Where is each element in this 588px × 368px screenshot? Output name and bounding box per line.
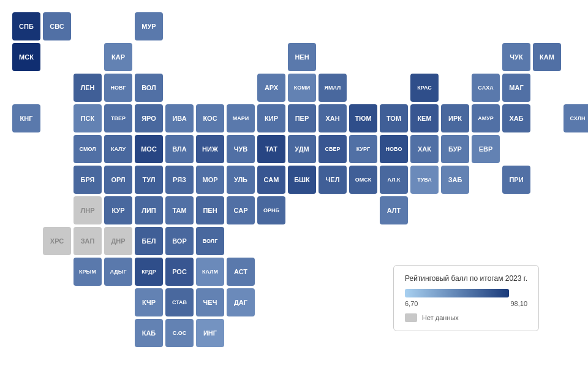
legend-gradient xyxy=(405,289,509,297)
region-cell-СВЕР: СВЕР xyxy=(318,135,347,163)
region-cell-САХА: САХА xyxy=(472,74,500,102)
region-cell-СМОЛ: СМОЛ xyxy=(74,135,102,163)
region-cell-ТАМ: ТАМ xyxy=(165,196,194,224)
region-cell-ВОЛ: ВОЛ xyxy=(135,74,163,102)
region-cell-ЯРО: ЯРО xyxy=(135,104,163,132)
region-cell-ВОЛГ: ВОЛГ xyxy=(196,227,224,255)
map-container: СПБСВСМУРМСККАРНЕНЧУККАМЛЕННОВГВОЛАРХКОМ… xyxy=(6,6,557,350)
legend: Рейтинговый балл по итогам 2023 г. 6,70 … xyxy=(393,265,539,331)
region-cell-СПБ: СПБ xyxy=(12,12,40,40)
region-cell-НЕН: НЕН xyxy=(288,43,316,71)
region-cell-ОРНБ: ОРНБ xyxy=(257,196,285,224)
region-cell-РОС: РОС xyxy=(165,258,194,286)
region-cell-УЛЬ: УЛЬ xyxy=(227,166,255,194)
region-cell-БЕЛ: БЕЛ xyxy=(135,227,163,255)
region-cell-СВС: СВС xyxy=(43,12,71,40)
region-cell-АДЫГ: АДЫГ xyxy=(104,258,132,286)
region-cell-ВОР: ВОР xyxy=(165,227,194,255)
region-cell-КРДР: КРДР xyxy=(135,258,163,286)
region-cell-АМУР: АМУР xyxy=(472,104,500,132)
region-cell-МАГ: МАГ xyxy=(502,74,530,102)
region-cell-ПЕН: ПЕН xyxy=(196,196,224,224)
region-cell-ДАГ: ДАГ xyxy=(227,288,255,316)
region-cell-МУР: МУР xyxy=(135,12,163,40)
region-cell-КИР: КИР xyxy=(257,104,285,132)
region-cell-ЕВР: ЕВР xyxy=(472,135,500,163)
legend-max: 98,10 xyxy=(510,300,527,307)
legend-nodata-box xyxy=(405,313,417,322)
region-cell-КАЛУ: КАЛУ xyxy=(104,135,132,163)
region-cell-АЛТ: АЛТ xyxy=(380,196,408,224)
region-cell-КОС: КОС xyxy=(196,104,224,132)
region-cell-ПЕР: ПЕР xyxy=(288,104,316,132)
region-cell-ЧУК: ЧУК xyxy=(502,43,530,71)
region-cell-БШК: БШК xyxy=(288,166,316,194)
region-cell-ТЮМ: ТЮМ xyxy=(349,104,377,132)
region-cell-КАБ: КАБ xyxy=(135,319,163,347)
region-cell-БРЯ: БРЯ xyxy=(74,166,102,194)
region-cell-УДМ: УДМ xyxy=(288,135,316,163)
region-cell-ТВЕР: ТВЕР xyxy=(104,104,132,132)
region-cell-ЛЕН: ЛЕН xyxy=(74,74,102,102)
legend-title: Рейтинговый балл по итогам 2023 г. xyxy=(405,274,527,283)
region-cell-ЛНР: ЛНР xyxy=(74,196,102,224)
region-cell-НОВО: НОВО xyxy=(380,135,408,163)
region-cell-ДНР: ДНР xyxy=(104,227,132,255)
region-cell-САР: САР xyxy=(227,196,255,224)
region-cell-ТАТ: ТАТ xyxy=(257,135,285,163)
region-cell-ЗАБ: ЗАБ xyxy=(441,166,469,194)
region-cell-АСТ: АСТ xyxy=(227,258,255,286)
region-cell-С.ОС: С.ОС xyxy=(165,319,194,347)
region-cell-ЯМАЛ: ЯМАЛ xyxy=(318,74,347,102)
region-cell-МОР: МОР xyxy=(196,166,224,194)
region-cell-ИРК: ИРК xyxy=(441,104,469,132)
region-cell-КУРГ: КУРГ xyxy=(349,135,377,163)
legend-nodata: Нет данных xyxy=(405,313,527,322)
region-cell-МОС: МОС xyxy=(135,135,163,163)
region-cell-ВЛА: ВЛА xyxy=(165,135,194,163)
region-cell-КАЛМ: КАЛМ xyxy=(196,258,224,286)
legend-labels: 6,70 98,10 xyxy=(405,300,527,307)
region-cell-АЛ.К: АЛ.К xyxy=(380,166,408,194)
region-cell-ХАН: ХАН xyxy=(318,104,347,132)
region-cell-КРАС: КРАС xyxy=(410,74,439,102)
region-cell-КАР: КАР xyxy=(104,43,132,71)
region-cell-ЧУВ: ЧУВ xyxy=(227,135,255,163)
region-cell-КУР: КУР xyxy=(104,196,132,224)
region-cell-КЧР: КЧР xyxy=(135,288,163,316)
region-cell-КРЫМ: КРЫМ xyxy=(74,258,102,286)
region-cell-ХАБ: ХАБ xyxy=(502,104,530,132)
region-cell-ЧЕЛ: ЧЕЛ xyxy=(318,166,347,194)
region-cell-КАМ: КАМ xyxy=(533,43,561,71)
region-cell-БУР: БУР xyxy=(441,135,469,163)
region-cell-ТУЛ: ТУЛ xyxy=(135,166,163,194)
region-cell-ОМСК: ОМСК xyxy=(349,166,377,194)
region-cell-МАРИ: МАРИ xyxy=(227,104,255,132)
region-cell-ИНГ: ИНГ xyxy=(196,319,224,347)
legend-nodata-label: Нет данных xyxy=(422,314,459,321)
legend-min: 6,70 xyxy=(405,300,418,307)
region-cell-ТУВА: ТУВА xyxy=(410,166,439,194)
region-cell-КЕМ: КЕМ xyxy=(410,104,439,132)
region-cell-ХРС: ХРС xyxy=(43,227,71,255)
region-cell-ХАК: ХАК xyxy=(410,135,439,163)
region-cell-КОМИ: КОМИ xyxy=(288,74,316,102)
region-cell-АРХ: АРХ xyxy=(257,74,285,102)
region-cell-МСК: МСК xyxy=(12,43,40,71)
region-cell-ПРИ: ПРИ xyxy=(502,166,530,194)
region-cell-ЛИП: ЛИП xyxy=(135,196,163,224)
region-cell-ИВА: ИВА xyxy=(165,104,194,132)
region-cell-НИЖ: НИЖ xyxy=(196,135,224,163)
region-cell-НОВГ: НОВГ xyxy=(104,74,132,102)
region-cell-САМ: САМ xyxy=(257,166,285,194)
region-cell-СТАВ: СТАВ xyxy=(165,288,194,316)
region-cell-ЧЕЧ: ЧЕЧ xyxy=(196,288,224,316)
region-cell-КНГ: КНГ xyxy=(12,104,40,132)
region-cell-СХЛН: СХЛН xyxy=(564,104,588,132)
region-cell-ОРЛ: ОРЛ xyxy=(104,166,132,194)
region-cell-ПСК: ПСК xyxy=(74,104,102,132)
region-cell-ЗАП: ЗАП xyxy=(74,227,102,255)
region-cell-РЯЗ: РЯЗ xyxy=(165,166,194,194)
region-cell-ТОМ: ТОМ xyxy=(380,104,408,132)
